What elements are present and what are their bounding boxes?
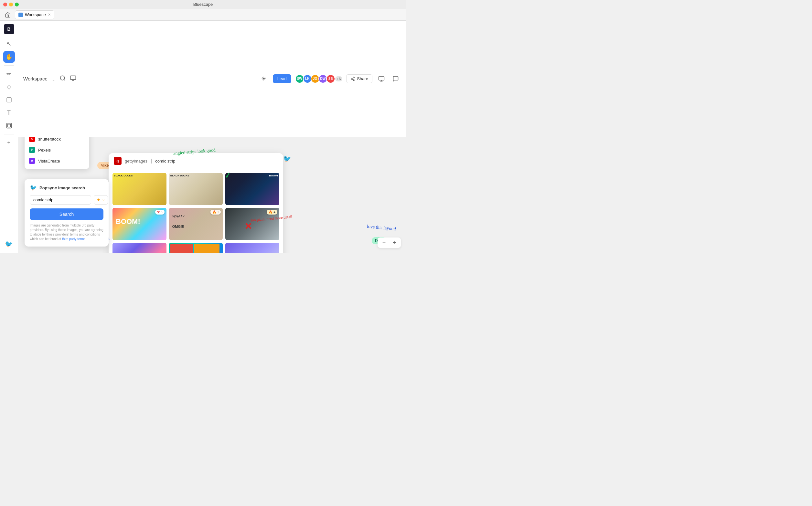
content-column: Workspace ... ☀ Lead SW LK JG (18, 21, 406, 253)
getty-grid: BLACK DUCKS BLACK DUCKS BOOM! (108, 169, 283, 253)
x-annotation: ✕ (244, 221, 252, 232)
pexels-label: Pexels (38, 148, 51, 153)
sidebar: B ↖ ✋ ✏ ◇ T + 🐦 (0, 21, 18, 253)
sidebar-tool-frame[interactable] (3, 120, 15, 132)
getty-source: gettyimages (125, 159, 147, 164)
vistacreate-label: VistaCreate (38, 159, 60, 164)
svg-point-10 (353, 80, 354, 81)
sun-button[interactable]: ☀ (259, 74, 269, 84)
toolbar-right: ☀ Lead SW LK JG DW SB +6 Share (259, 74, 401, 84)
zoom-out-button[interactable]: − (380, 239, 388, 247)
comic-image-9[interactable] (225, 243, 279, 253)
vistacreate-icon: V (29, 158, 35, 164)
sidebar-tool-pen[interactable]: ✏ (3, 68, 15, 80)
svg-line-4 (64, 79, 65, 80)
panel-header: 🐦 Popsync image search (30, 184, 103, 191)
comic-image-1[interactable]: BLACK DUCKS (112, 173, 166, 205)
star-dropdown[interactable]: ★ (94, 195, 108, 204)
top-toolbar: Workspace ... ☀ Lead SW LK JG (18, 21, 406, 137)
toolbar-search-button[interactable] (60, 75, 66, 83)
svg-point-3 (61, 76, 65, 80)
sidebar-tool-shapes[interactable]: ◇ (3, 81, 15, 93)
svg-rect-0 (7, 98, 11, 102)
search-row: ★ (30, 195, 103, 204)
source-shutterstock[interactable]: S shutterstock (24, 137, 89, 145)
source-pexels[interactable]: P Pexels (24, 145, 89, 155)
panel-logo-icon: 🐦 (30, 184, 37, 191)
chat-button[interactable] (391, 74, 401, 84)
canvas-area[interactable]: g gettyimages | comic strip BLACK DUCKS … (18, 137, 406, 253)
source-list: Unsplash G Google Images g gettyimages A… (24, 137, 89, 169)
sidebar-bottom: 🐦 (3, 238, 15, 250)
app-title: Bluescape (193, 2, 213, 7)
app-layout: B ↖ ✋ ✏ ◇ T + 🐦 Workspace ... (0, 21, 406, 253)
sidebar-divider-2 (4, 134, 14, 135)
monitor-button[interactable] (376, 74, 387, 84)
workspace-tab[interactable]: Workspace ✕ (15, 10, 54, 19)
sidebar-tool-select[interactable]: ↖ (3, 38, 15, 50)
tabbar: Workspace ✕ (0, 9, 406, 21)
more-options-button[interactable]: ... (52, 76, 56, 82)
home-button[interactable] (3, 10, 12, 19)
comic-image-3[interactable]: BOOM! (225, 173, 279, 205)
search-input[interactable] (30, 195, 91, 204)
tab-label: Workspace (25, 12, 46, 17)
comic-image-6[interactable]: 🔥4 (225, 208, 279, 240)
sidebar-tool-text[interactable]: T (3, 107, 15, 118)
sidebar-tool-sticky[interactable] (3, 94, 15, 106)
tab-close-button[interactable]: ✕ (48, 13, 51, 17)
avatar-sb: SB (326, 74, 335, 83)
panel-title: Popsync image search (39, 185, 85, 190)
svg-rect-5 (71, 76, 76, 80)
svg-point-8 (353, 77, 354, 78)
comic-image-4[interactable]: ❤3 BOOM! (112, 208, 166, 240)
getty-separator: | (151, 158, 152, 164)
svg-point-9 (351, 78, 352, 80)
grid-row-3: ✓ (112, 243, 279, 253)
grid-row-1: BLACK DUCKS BLACK DUCKS BOOM! (112, 173, 279, 205)
comic-image-2[interactable]: BLACK DUCKS (169, 173, 223, 205)
share-button[interactable]: Share (346, 74, 373, 83)
sidebar-divider-1 (4, 65, 14, 66)
source-vistacreate[interactable]: V VistaCreate (24, 155, 89, 166)
svg-rect-13 (379, 76, 384, 80)
annotation-love-layout: love this layout! (367, 224, 396, 232)
reaction-badge-heart: ❤3 (155, 210, 165, 215)
image-search-panel: 🐦 Popsync image search ★ Search Images a… (24, 179, 108, 247)
zoom-in-button[interactable]: + (391, 239, 398, 247)
traffic-lights (3, 3, 19, 6)
shutterstock-label: shutterstock (38, 137, 61, 142)
collaborators: SW LK JG DW SB +6 (295, 74, 343, 83)
getty-query: comic strip (155, 159, 175, 164)
workspace-name: Workspace (23, 76, 48, 81)
tab-icon (18, 13, 23, 17)
getty-logo: g (114, 157, 121, 165)
lead-button[interactable]: Lead (273, 74, 291, 83)
sidebar-tool-hand[interactable]: ✋ (3, 51, 15, 63)
third-party-link[interactable]: third party terms. (62, 237, 86, 241)
svg-line-12 (352, 78, 353, 78)
titlebar: Bluescape (0, 0, 406, 9)
pexels-icon: P (29, 147, 35, 153)
comic-image-5[interactable]: 🔥1 WHAT? OMG!!! (169, 208, 223, 240)
grid-row-2: ❤3 BOOM! 🔥1 WHAT? OMG!!! (112, 208, 279, 240)
shutterstock-icon: S (29, 137, 35, 142)
comic-image-8[interactable] (169, 243, 223, 253)
toolbar-presentation-button[interactable] (70, 75, 76, 83)
close-button[interactable] (3, 3, 7, 6)
reaction-badge-fire: 🔥1 (211, 210, 221, 215)
sidebar-tool-add[interactable]: + (3, 137, 15, 149)
zoom-controls: − + (378, 238, 401, 248)
brand-logo: B (4, 24, 14, 34)
sidebar-tool-bluescape[interactable]: 🐦 (3, 238, 15, 250)
minimize-button[interactable] (9, 3, 13, 6)
bird-annotation-icon: 🐦 (283, 155, 291, 163)
svg-line-11 (352, 79, 353, 80)
reaction-badge-fire-2: 🔥4 (267, 210, 277, 215)
plus-count: +6 (335, 76, 343, 81)
share-label: Share (357, 76, 368, 81)
comic-image-7[interactable]: ✓ (112, 243, 166, 253)
maximize-button[interactable] (15, 3, 19, 6)
search-button[interactable]: Search (30, 208, 103, 220)
getty-header: g gettyimages | comic strip (108, 153, 283, 169)
